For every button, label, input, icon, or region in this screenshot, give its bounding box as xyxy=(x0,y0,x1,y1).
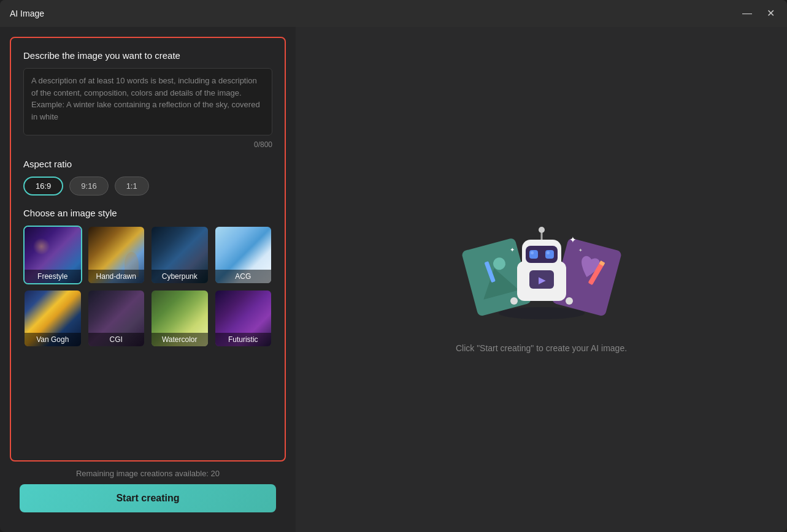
svg-text:✦: ✦ xyxy=(578,248,583,253)
style-cgi[interactable]: CGI xyxy=(87,289,146,348)
style-label-acg: ACG xyxy=(215,270,272,283)
description-textarea[interactable] xyxy=(23,68,272,135)
svg-rect-10 xyxy=(547,251,550,254)
main-content: Describe the image you want to create 0/… xyxy=(0,27,787,532)
window-title: AI Image xyxy=(10,9,44,18)
svg-point-18 xyxy=(510,297,518,305)
style-label-handdrawn: Hand-drawn xyxy=(88,270,145,283)
svg-rect-8 xyxy=(545,250,554,259)
ar-btn-1-1[interactable]: 1:1 xyxy=(115,177,149,196)
style-vangogh[interactable]: Van Gogh xyxy=(23,289,82,348)
style-label-futuristic: Futuristic xyxy=(215,333,272,346)
ar-btn-16-9[interactable]: 16:9 xyxy=(23,177,63,196)
style-freestyle[interactable]: Freestyle xyxy=(23,226,82,284)
form-section: Describe the image you want to create 0/… xyxy=(10,37,286,462)
style-label-freestyle: Freestyle xyxy=(25,270,81,283)
style-handdrawn[interactable]: Hand-drawn xyxy=(87,226,146,284)
style-futuristic[interactable]: Futuristic xyxy=(214,289,273,348)
remaining-text: Remaining image creations available: 20 xyxy=(20,469,276,478)
window-controls: — ✕ xyxy=(740,6,777,21)
title-bar: AI Image — ✕ xyxy=(0,0,787,27)
close-button[interactable]: ✕ xyxy=(764,6,777,21)
svg-text:✦: ✦ xyxy=(569,235,577,245)
aspect-ratio-label: Aspect ratio xyxy=(23,159,272,169)
style-watercolor[interactable]: Watercolor xyxy=(150,289,209,348)
svg-text:▶: ▶ xyxy=(538,275,545,285)
bottom-area: Remaining image creations available: 20 … xyxy=(10,462,286,522)
start-creating-button[interactable]: Start creating xyxy=(20,484,276,512)
style-label-watercolor: Watercolor xyxy=(152,333,208,346)
style-label-cgi: CGI xyxy=(88,333,145,346)
minimize-button[interactable]: — xyxy=(740,6,754,21)
describe-label: Describe the image you want to create xyxy=(23,50,272,61)
right-panel: ▶ ✦ ✦ ✦ Click "Start creat xyxy=(296,27,787,532)
style-grid: Freestyle Hand-drawn Cyberpunk ACG xyxy=(23,226,272,348)
image-style-label: Choose an image style xyxy=(23,208,272,218)
style-label-vangogh: Van Gogh xyxy=(25,333,81,346)
char-count: 0/800 xyxy=(23,140,272,149)
svg-text:✦: ✦ xyxy=(510,246,515,253)
style-label-cyberpunk: Cyberpunk xyxy=(152,270,208,283)
aspect-ratio-buttons: 16:9 9:16 1:1 xyxy=(23,177,272,196)
svg-rect-9 xyxy=(531,251,534,254)
svg-point-12 xyxy=(539,227,545,233)
ai-illustration: ▶ ✦ ✦ ✦ xyxy=(456,206,628,329)
ar-btn-9-16[interactable]: 9:16 xyxy=(69,177,108,196)
style-cyberpunk[interactable]: Cyberpunk xyxy=(150,226,209,284)
style-acg[interactable]: ACG xyxy=(214,226,273,284)
svg-point-19 xyxy=(566,297,573,305)
svg-rect-7 xyxy=(529,250,538,259)
left-panel: Describe the image you want to create 0/… xyxy=(0,27,296,532)
svg-point-20 xyxy=(499,307,585,319)
hint-text: Click "Start creating" to create your AI… xyxy=(456,343,627,353)
ai-image-window: AI Image — ✕ Describe the image you want… xyxy=(0,0,787,532)
